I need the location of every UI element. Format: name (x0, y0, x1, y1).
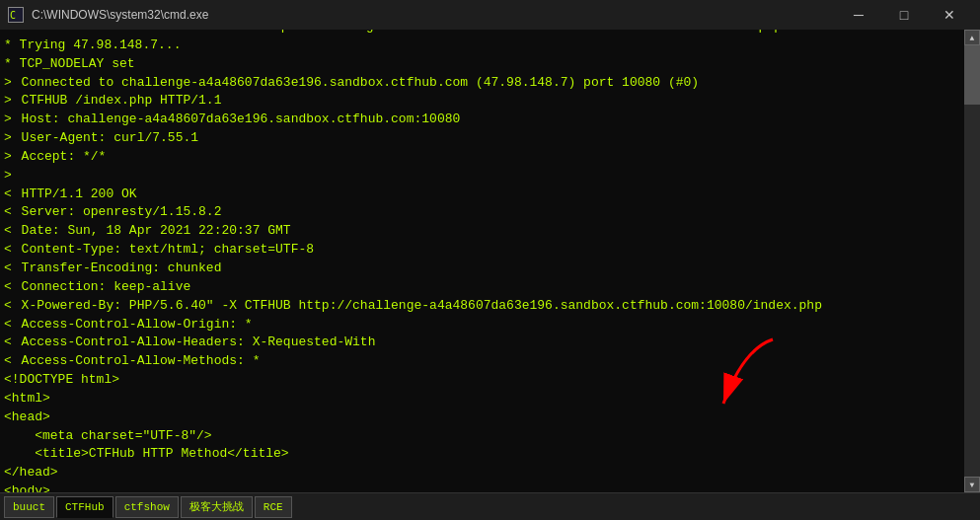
title-bar-left: C C:\WINDOWS\system32\cmd.exe (8, 7, 208, 23)
line-text: Date: Sun, 18 Apr 2021 22:20:37 GMT (22, 222, 291, 241)
line-text: Access-Control-Allow-Methods: * (22, 352, 261, 371)
line-text: </head> (4, 464, 58, 483)
line-prefix: > (4, 111, 20, 129)
line-prefix: < (4, 278, 20, 297)
taskbar-item[interactable]: RCE (255, 496, 292, 518)
cmd-window: C C:\WINDOWS\system32\cmd.exe ─ □ ✕ C:\U… (0, 0, 980, 520)
terminal-line: <head> (4, 409, 960, 427)
terminal-line: > Connected to challenge-a4a48607da63e19… (4, 74, 960, 93)
cmd-icon: C (8, 7, 24, 23)
window-controls: ─ □ ✕ (836, 0, 972, 30)
taskbar-item[interactable]: 极客大挑战 (181, 496, 253, 518)
line-prefix: < (4, 241, 20, 260)
taskbar-item[interactable]: buuct (4, 496, 54, 518)
line-text: Transfer-Encoding: chunked (22, 260, 222, 278)
line-prefix: < (4, 297, 20, 316)
terminal-line: > (4, 167, 960, 186)
scroll-track[interactable] (964, 45, 980, 477)
line-prefix: > (4, 148, 20, 167)
terminal-line: < X-Powered-By: PHP/5.6.40" -X CTFHUB ht… (4, 297, 960, 316)
line-prefix: < (4, 260, 20, 278)
line-text: Server: openresty/1.15.8.2 (22, 203, 222, 222)
terminal-line: < HTTP/1.1 200 OK (4, 186, 960, 204)
terminal-line: > CTFHUB /index.php HTTP/1.1 (4, 92, 960, 111)
terminal-line: <title>CTFHub HTTP Method</title> (4, 445, 960, 464)
terminal-line: C:\Users\86177>curl -v -X CTFHUB http://… (4, 30, 960, 37)
line-text: User-Agent: curl/7.55.1 (22, 129, 198, 148)
line-text: <body> (4, 483, 50, 492)
line-prefix: > (4, 129, 20, 148)
line-text: <head> (4, 409, 50, 427)
window-title: C:\WINDOWS\system32\cmd.exe (32, 8, 208, 22)
terminal-line: <!DOCTYPE html> (4, 371, 960, 390)
scrollbar[interactable]: ▲ ▼ (964, 30, 980, 492)
terminal-line: * Trying 47.98.148.7... (4, 37, 960, 55)
close-button[interactable]: ✕ (927, 0, 972, 30)
line-prefix: < (4, 186, 20, 204)
line-prefix: > (4, 167, 20, 186)
terminal-line: < Connection: keep-alive (4, 278, 960, 297)
terminal-output[interactable]: C:\Users\86177>curl -v -X CTFHUB http://… (0, 30, 964, 492)
line-text: X-Powered-By: PHP/5.6.40" -X CTFHUB http… (22, 297, 822, 316)
line-text: <!DOCTYPE html> (4, 371, 119, 390)
line-prefix: < (4, 352, 20, 371)
terminal-line: </head> (4, 464, 960, 483)
line-text: Content-Type: text/html; charset=UTF-8 (22, 241, 314, 260)
terminal-line: < Access-Control-Allow-Methods: * (4, 352, 960, 371)
terminal-line: < Access-Control-Allow-Origin: * (4, 316, 960, 334)
line-text: <meta charset="UTF-8"/> (4, 427, 212, 446)
line-text: * Trying 47.98.148.7... (4, 37, 181, 55)
terminal-line: < Server: openresty/1.15.8.2 (4, 203, 960, 222)
line-prefix: < (4, 222, 20, 241)
line-prefix: < (4, 203, 20, 222)
terminal-area: C:\Users\86177>curl -v -X CTFHUB http://… (0, 30, 980, 492)
line-text: Connected to challenge-a4a48607da63e196.… (22, 74, 700, 93)
terminal-line: < Transfer-Encoding: chunked (4, 260, 960, 278)
line-prefix: > (4, 92, 20, 111)
scroll-up-btn[interactable]: ▲ (964, 30, 980, 45)
taskbar: buuctCTFHubctfshow极客大挑战RCE (0, 492, 980, 520)
line-text: <title>CTFHub HTTP Method</title> (4, 445, 289, 464)
terminal-line: < Access-Control-Allow-Headers: X-Reques… (4, 334, 960, 352)
scroll-down-btn[interactable]: ▼ (964, 477, 980, 492)
line-prefix: > (4, 74, 20, 93)
line-prefix: < (4, 334, 20, 352)
terminal-line: * TCP_NODELAY set (4, 55, 960, 74)
line-text: Access-Control-Allow-Origin: * (22, 316, 253, 334)
scroll-thumb[interactable] (964, 45, 980, 105)
terminal-line: <html> (4, 390, 960, 409)
terminal-line: > User-Agent: curl/7.55.1 (4, 129, 960, 148)
terminal-line: > Accept: */* (4, 148, 960, 167)
terminal-line: < Content-Type: text/html; charset=UTF-8 (4, 241, 960, 260)
line-text: CTFHUB /index.php HTTP/1.1 (22, 92, 222, 111)
line-text: <html> (4, 390, 50, 409)
line-text: C:\Users\86177>curl -v -X CTFHUB http://… (4, 30, 782, 37)
svg-text:C: C (10, 10, 16, 21)
terminal-line: <meta charset="UTF-8"/> (4, 427, 960, 446)
title-bar: C C:\WINDOWS\system32\cmd.exe ─ □ ✕ (0, 0, 980, 30)
taskbar-item[interactable]: ctfshow (115, 496, 179, 518)
terminal-line: < Date: Sun, 18 Apr 2021 22:20:37 GMT (4, 222, 960, 241)
line-text: * TCP_NODELAY set (4, 55, 135, 74)
terminal-line: <body> (4, 483, 960, 492)
terminal-line: > Host: challenge-a4a48607da63e196.sandb… (4, 111, 960, 129)
line-prefix: < (4, 316, 20, 334)
line-text: Accept: */* (22, 148, 107, 167)
line-text: HTTP/1.1 200 OK (22, 186, 137, 204)
maximize-button[interactable]: □ (881, 0, 927, 30)
minimize-button[interactable]: ─ (836, 0, 881, 30)
line-text: Connection: keep-alive (22, 278, 191, 297)
line-text: Host: challenge-a4a48607da63e196.sandbox… (22, 111, 461, 129)
taskbar-item[interactable]: CTFHub (56, 496, 113, 518)
line-text: Access-Control-Allow-Headers: X-Requeste… (22, 334, 376, 352)
